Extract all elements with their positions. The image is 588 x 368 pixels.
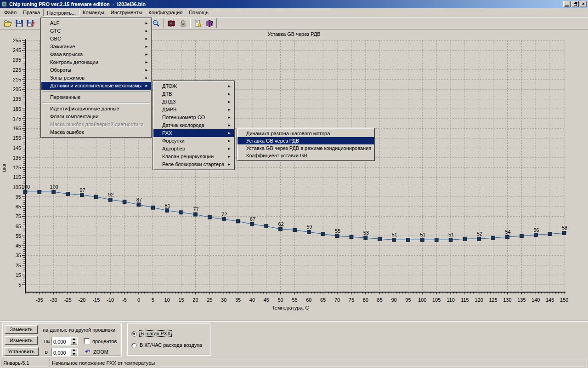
menu-item-sensors-0[interactable]: ДТОЖ► [153, 82, 234, 90]
data-point[interactable] [293, 228, 297, 232]
spin-down-button[interactable] [70, 352, 77, 356]
data-point[interactable] [392, 238, 396, 242]
menu-item-settings-0[interactable]: ALF► [41, 19, 151, 27]
data-point[interactable] [23, 190, 27, 194]
data-point[interactable] [94, 195, 98, 199]
replace-button[interactable]: Заменить [5, 325, 38, 334]
close-button[interactable]: × [580, 1, 587, 7]
set-value-input[interactable] [52, 348, 70, 356]
help-button[interactable]: ? [204, 18, 215, 29]
data-point[interactable] [250, 222, 254, 226]
menubar-item-0[interactable]: Файл [1, 9, 20, 17]
data-point[interactable] [66, 192, 70, 196]
data-point[interactable] [52, 190, 56, 194]
menu-item-settings-10[interactable]: Переменные [41, 93, 151, 101]
menu-item-rxx-0[interactable]: Динамика разгона шагового мотора [237, 130, 374, 137]
percent-checkbox[interactable] [84, 338, 90, 344]
data-point[interactable] [321, 232, 325, 236]
spin-down-button[interactable] [70, 341, 77, 345]
data-point[interactable] [435, 238, 438, 242]
data-point[interactable] [364, 236, 368, 240]
data-point[interactable] [562, 231, 566, 235]
steps-radio-label[interactable]: В шагах РХХ [140, 331, 171, 336]
data-point[interactable] [307, 230, 311, 234]
data-point[interactable] [420, 238, 424, 242]
data-point[interactable] [80, 193, 84, 197]
data-point[interactable] [222, 218, 226, 221]
menu-item-sensors-6[interactable]: РХХ► [153, 129, 234, 137]
menu-item-settings-15[interactable]: Маска ошибок [41, 128, 151, 136]
data-point[interactable] [548, 232, 552, 236]
data-point[interactable] [193, 213, 197, 216]
minimize-button[interactable] [563, 1, 571, 7]
menu-item-sensors-1[interactable]: ДТВ► [153, 90, 234, 98]
menu-item-settings-12[interactable]: Идентификационные данные [41, 105, 151, 113]
data-point[interactable] [208, 215, 211, 219]
undo-zoom-icon[interactable]: ↶ [85, 348, 90, 355]
menu-item-settings-7[interactable]: Зоны режимов► [41, 74, 151, 82]
data-point[interactable] [165, 209, 169, 213]
menu-item-sensors-3[interactable]: ДМРВ► [153, 106, 234, 114]
menubar-item-2[interactable]: Настроить... [43, 9, 79, 17]
menu-item-settings-8[interactable]: Датчики и исполнительные механизмы► [41, 82, 151, 90]
kg-hour-radio-label[interactable]: В КГ/ЧАС расхода воздуха [140, 342, 202, 348]
kg-hour-radio[interactable] [131, 343, 137, 348]
spin-up-button[interactable] [70, 348, 77, 352]
menu-item-settings-6[interactable]: Обороты► [41, 66, 151, 74]
y-axis-title: шаг [1, 163, 6, 172]
menu-item-settings-4[interactable]: Фаза впрыска► [41, 51, 151, 58]
data-point[interactable] [180, 211, 183, 214]
data-point[interactable] [236, 219, 240, 223]
data-point[interactable] [406, 238, 410, 242]
data-point[interactable] [463, 237, 467, 241]
restore-button[interactable] [571, 1, 579, 7]
data-point[interactable] [506, 235, 509, 239]
menu-item-settings-5[interactable]: Контроль детонации► [41, 58, 151, 66]
menu-item-settings-3[interactable]: Зажигание► [41, 43, 151, 51]
menu-item-sensors-5[interactable]: Датчик кислорода► [153, 121, 234, 129]
save-button[interactable] [13, 18, 25, 29]
data-point[interactable] [38, 190, 41, 194]
modify-button[interactable]: Изменить [5, 336, 38, 345]
menubar-item-1[interactable]: Правка [20, 9, 43, 17]
menu-item-settings-2[interactable]: GBC► [41, 35, 151, 43]
modify-amount-input[interactable] [52, 337, 70, 345]
chip-button[interactable] [165, 18, 177, 29]
menubar-item-4[interactable]: Инструменты [107, 9, 146, 17]
data-point[interactable] [477, 237, 481, 241]
menu-item-sensors-8[interactable]: Адсорбер► [153, 145, 234, 153]
menubar-item-6[interactable]: Помощь [186, 9, 212, 17]
menu-item-rxx-3[interactable]: Коэффициент уставки GB [237, 152, 374, 159]
data-point[interactable] [265, 224, 268, 228]
unlock-button[interactable] [177, 18, 188, 29]
menu-item-settings-1[interactable]: GTC► [41, 27, 151, 35]
menu-item-sensors-2[interactable]: ДПДЗ► [153, 98, 234, 106]
steps-radio[interactable] [131, 331, 137, 337]
open-file-button[interactable] [2, 18, 13, 29]
data-point[interactable] [520, 234, 523, 238]
menubar-item-5[interactable]: Конфигурация [145, 9, 186, 17]
menu-item-settings-13[interactable]: Флаги комплектации [41, 113, 151, 121]
menu-item-sensors-9[interactable]: Клапан рециркуляции► [153, 153, 234, 161]
data-point[interactable] [123, 200, 126, 203]
data-point[interactable] [449, 238, 452, 242]
report-button[interactable] [192, 18, 204, 29]
menu-item-sensors-10[interactable]: Реле блокировки стартера► [153, 161, 234, 168]
set-button[interactable]: Установить [4, 347, 39, 356]
data-point[interactable] [378, 237, 382, 241]
data-point[interactable] [534, 233, 537, 237]
menu-item-rxx-2[interactable]: Уставка GB через РДВ в режиме кондициони… [237, 144, 374, 152]
data-point[interactable] [492, 236, 495, 240]
spin-up-button[interactable] [70, 337, 77, 341]
menu-item-rxx-1[interactable]: Уставка GB через РДВ [237, 137, 374, 144]
data-point[interactable] [350, 235, 353, 239]
menubar-item-3[interactable]: Команды [79, 9, 107, 17]
data-point[interactable] [335, 234, 339, 238]
data-point[interactable] [151, 206, 155, 209]
menu-item-sensors-4[interactable]: Потенциометр СО► [153, 114, 234, 121]
data-point[interactable] [137, 203, 141, 207]
menu-item-sensors-7[interactable]: Форсунки► [153, 137, 234, 145]
data-point[interactable] [108, 198, 112, 201]
data-point[interactable] [279, 227, 283, 231]
save-as-button[interactable] [25, 18, 36, 29]
